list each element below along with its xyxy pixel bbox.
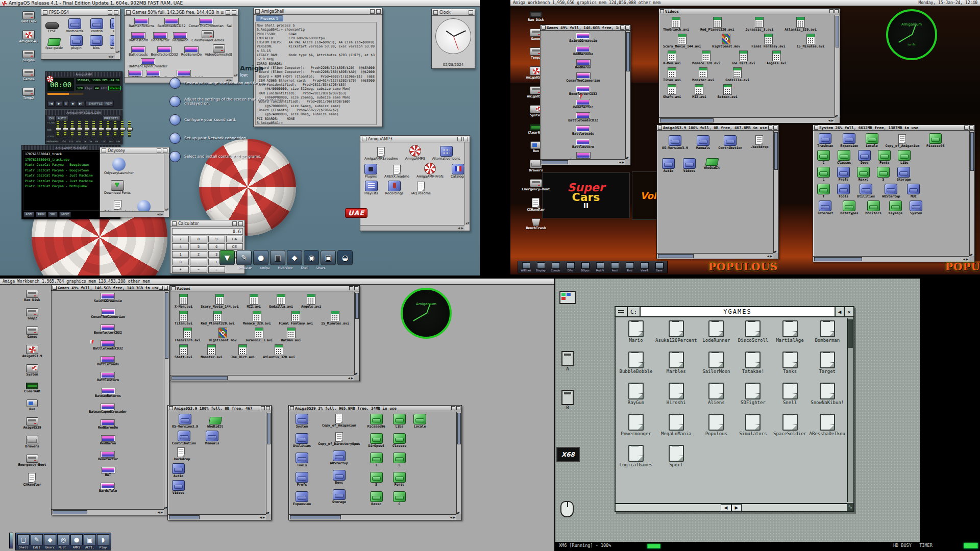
icon-Odyssey.readme[interactable]: Odyssey.readme xyxy=(104,200,132,211)
icon-Jurassic_3.avi[interactable]: Jurassic_3.avi xyxy=(745,17,773,32)
icon-Emergency-Boot[interactable]: Emergency-Boot xyxy=(522,179,550,191)
depth-icon[interactable] xyxy=(463,137,468,141)
icon-Expansion[interactable]: Expansion xyxy=(293,491,311,506)
icon-Joe_Dirt.avi[interactable]: Joe_Dirt.avi xyxy=(731,51,755,65)
icon-Bomberman[interactable]: Bomberman xyxy=(815,320,840,342)
icon-Videos[interactable]: Videos xyxy=(172,480,185,495)
icon-Rexxc[interactable]: Rexxc xyxy=(857,167,870,182)
dock-item-AMP3[interactable]: ●AMP3 xyxy=(70,534,83,549)
icon-SailorMoon[interactable]: SailorMoon xyxy=(702,352,730,373)
icon-SpaceSoldier[interactable]: SpaceSoldier xyxy=(773,414,806,436)
vertical-scrollbar[interactable] xyxy=(625,31,630,159)
icon-Menace_320.avi[interactable]: Menace_320.avi xyxy=(243,311,271,325)
close-icon[interactable] xyxy=(53,286,57,290)
vertical-scrollbar[interactable] xyxy=(847,318,853,502)
icon-Copy_of_Amiganium[interactable]: Copy_of_Amiganium xyxy=(886,134,920,148)
icon-Libs[interactable]: Libs xyxy=(898,150,911,165)
close-icon[interactable] xyxy=(660,9,664,13)
depth-icon[interactable] xyxy=(773,126,777,130)
icon-.backdrop[interactable]: .backdrop xyxy=(172,447,190,461)
icon-Joe_Dirt.avi[interactable]: Joe_Dirt.avi xyxy=(231,344,255,359)
icon-fpse guide[interactable]: fpse guide xyxy=(45,38,63,50)
icon-subq[interactable]: subq xyxy=(110,18,114,33)
icon-Snell[interactable]: Snell xyxy=(782,383,798,405)
icon-OS-Version3.9[interactable]: OS-Version3.9 xyxy=(172,414,198,429)
icon-Locale[interactable]: Locale xyxy=(413,414,426,429)
calc-key-.[interactable]: . xyxy=(190,259,207,265)
icon-RAM Disk[interactable]: RAM Disk xyxy=(21,11,36,23)
icon-Datatypes[interactable]: Datatypes xyxy=(840,201,858,215)
icon-FAQ.readme[interactable]: FAQ.readme xyxy=(410,182,431,195)
zoom-icon[interactable] xyxy=(370,9,375,14)
icon-ConanTheCimmerian[interactable]: ConanTheCimmerian xyxy=(189,18,224,28)
icon-contrib[interactable]: contrib xyxy=(90,18,103,33)
horizontal-scrollbar[interactable] xyxy=(170,375,354,381)
zoom-icon[interactable] xyxy=(620,26,624,30)
icon-C[interactable]: C xyxy=(817,150,830,165)
close-icon[interactable] xyxy=(169,406,173,410)
vertical-scrollbar[interactable] xyxy=(456,412,461,514)
horizontal-scrollbar[interactable] xyxy=(100,211,164,217)
vertical-scrollbar[interactable] xyxy=(969,131,974,256)
eq-slider[interactable] xyxy=(71,121,74,137)
floppy-b-icon[interactable]: B xyxy=(561,390,574,410)
icon-Shaft.avi[interactable]: Shaft.avi xyxy=(175,344,192,359)
icon-Temp2[interactable]: Temp2 xyxy=(22,88,35,100)
icon-Sport[interactable]: Sport xyxy=(669,445,684,467)
eq-slider[interactable] xyxy=(128,121,131,137)
zoom-icon[interactable] xyxy=(159,286,163,290)
calc-key-0[interactable]: 0 xyxy=(172,259,189,265)
icon-Games[interactable]: Games xyxy=(26,327,38,339)
icon-BubbleBobble[interactable]: BubbleBobble xyxy=(620,352,653,373)
icon-TheGrinch.avi[interactable]: TheGrinch.avi xyxy=(175,328,201,342)
icon-Monster.avi[interactable]: Monster.avi xyxy=(201,344,223,359)
dock-item-Save[interactable]: Save xyxy=(652,262,666,272)
calc-key-9[interactable]: 9 xyxy=(208,236,225,242)
zoom-icon[interactable] xyxy=(457,137,462,141)
icon-Storage[interactable]: Storage xyxy=(332,489,346,504)
eq-slider[interactable] xyxy=(100,121,102,137)
setup-item[interactable]: Select and install contributed programs. xyxy=(169,151,297,162)
horizontal-scrollbar[interactable] xyxy=(168,514,266,520)
icon-Picasso96[interactable]: Picasso96 xyxy=(367,414,385,429)
button-||[interactable]: || xyxy=(63,101,69,107)
icon-Devs[interactable]: Devs xyxy=(858,150,871,165)
icon-Temp2[interactable]: Temp2 xyxy=(26,308,38,320)
calc-key-4[interactable]: 4 xyxy=(172,243,189,250)
icon-CXHandler[interactable]: CXHandler xyxy=(527,198,545,212)
icon-Battletoads[interactable]: Battletoads xyxy=(572,126,594,136)
shell-tab[interactable]: Process 5 xyxy=(256,15,283,21)
icon-Saint&Greavsie[interactable]: Saint&Greavsie xyxy=(569,33,597,43)
vertical-scrollbar[interactable] xyxy=(773,131,778,253)
close-icon[interactable] xyxy=(362,137,366,141)
icon-Hightlonst.mov[interactable]: Hightlonst.mov xyxy=(209,328,237,342)
icon-MI2.avi[interactable]: MI2.avi xyxy=(692,84,706,99)
horizontal-scrollbar[interactable] xyxy=(289,514,456,520)
setup-item[interactable]: Set up your Network connection. xyxy=(169,133,297,144)
close-icon[interactable] xyxy=(172,286,176,290)
icon-Titan.avi[interactable]: Titan.avi xyxy=(663,67,681,82)
icon-Audio[interactable]: Audio xyxy=(662,158,675,173)
icon-bios[interactable]: bios xyxy=(90,35,103,50)
depth-icon[interactable] xyxy=(114,10,118,15)
horizontal-scrollbar[interactable]: ◀ ▶ xyxy=(616,503,847,511)
icon-WhoDidIt[interactable]: WhoDidIt xyxy=(207,417,223,429)
icon-ClearRAM[interactable]: ClearRAM xyxy=(24,383,40,393)
depth-icon[interactable] xyxy=(164,286,168,290)
dock-item-Mult.[interactable]: ◎Mult. xyxy=(57,534,69,549)
icon-X-Men.avi[interactable]: X-Men.avi xyxy=(175,294,192,309)
close-icon[interactable] xyxy=(102,148,106,153)
setup-item[interactable]: Adjust the settings of the screen that W… xyxy=(169,96,297,107)
vertical-scrollbar[interactable] xyxy=(354,292,359,375)
icon-Classes[interactable]: Classes xyxy=(837,150,851,165)
icon-Tanks[interactable]: Tanks xyxy=(782,352,798,373)
icon-Contribution[interactable]: Contribution xyxy=(172,431,196,445)
icon-Audio[interactable]: Audio xyxy=(172,463,185,478)
zoom-icon[interactable] xyxy=(451,406,455,410)
depth-icon[interactable] xyxy=(232,10,236,15)
depth-icon[interactable] xyxy=(376,9,381,14)
icon-T[interactable]: T xyxy=(370,453,383,467)
icon-BatmanCapedCrusader[interactable]: BatmanCapedCrusader xyxy=(129,59,167,68)
icon-Chocolate-Heretic-1.0.5[interactable]: Chocolate-Heretic-1.0.5 xyxy=(164,70,203,77)
calc-key-1[interactable]: 1 xyxy=(172,251,189,258)
